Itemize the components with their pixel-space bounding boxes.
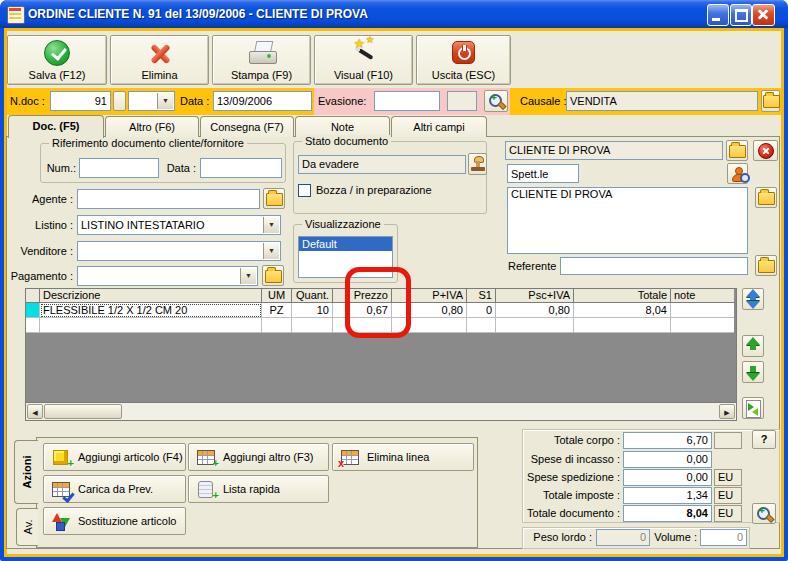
causale-folder-button[interactable] bbox=[761, 90, 780, 112]
listino-combobox[interactable]: LISTINO INTESTATARIO ▼ bbox=[77, 215, 281, 235]
scroll-right-button[interactable]: ▶ bbox=[719, 404, 735, 419]
volume-label: Volume : bbox=[653, 529, 697, 546]
cell-um[interactable]: PZ bbox=[262, 303, 292, 318]
cell-piva[interactable]: 0,80 bbox=[392, 303, 467, 318]
data-input[interactable] bbox=[213, 91, 312, 111]
row-selector[interactable] bbox=[26, 303, 40, 318]
col-piva[interactable]: P+IVA bbox=[392, 289, 467, 303]
stato-stamp-button[interactable] bbox=[468, 153, 487, 175]
title-bar[interactable]: ORDINE CLIENTE N. 91 del 13/09/2006 - CL… bbox=[0, 0, 788, 28]
evasione-input[interactable] bbox=[374, 91, 440, 111]
tab-consegna[interactable]: Consegna (F7) bbox=[200, 116, 294, 137]
salutation-input[interactable] bbox=[507, 164, 579, 183]
lines-grid[interactable]: Descrizione UM Quant. Prezzo P+IVA S1 Ps… bbox=[25, 288, 737, 421]
visual-button[interactable]: ★★ Visual (F10) bbox=[314, 35, 413, 85]
elimina-label: Elimina bbox=[111, 69, 208, 81]
aggiungi-articolo-button[interactable]: + Aggiungi articolo (F4) bbox=[43, 443, 186, 471]
move-down-button[interactable] bbox=[742, 361, 764, 383]
tab-altri-campi[interactable]: Altri campi bbox=[391, 116, 487, 137]
venditore-combobox[interactable]: ▼ bbox=[77, 241, 281, 261]
cliente-clear-button[interactable] bbox=[753, 140, 778, 161]
col-totale[interactable]: Totale bbox=[574, 289, 671, 303]
tab-altro[interactable]: Altro (F6) bbox=[105, 116, 199, 137]
visualizzazione-listbox[interactable]: Default bbox=[298, 236, 393, 278]
uscita-button[interactable]: Uscita (ESC) bbox=[416, 35, 511, 85]
tab-doc[interactable]: Doc. (F5) bbox=[8, 115, 104, 138]
carica-da-prev-button[interactable]: Carica da Prev. bbox=[43, 475, 186, 503]
tab-azioni[interactable]: Azioni bbox=[14, 440, 38, 504]
rif-data-input[interactable] bbox=[200, 158, 282, 178]
table-row[interactable]: FLESSIBILE 1/2 X 1/2 CM 20 PZ 10 0,67 0,… bbox=[26, 303, 736, 318]
tab-note[interactable]: Note bbox=[295, 116, 390, 137]
uscita-label: Uscita (ESC) bbox=[417, 69, 510, 81]
num-input[interactable] bbox=[79, 158, 159, 178]
salva-label: Salva (F12) bbox=[8, 69, 106, 81]
empty-row[interactable] bbox=[26, 318, 736, 333]
ndoc-small-button[interactable] bbox=[113, 91, 126, 111]
tab-av[interactable]: Av. bbox=[16, 508, 38, 546]
chevron-down-icon[interactable]: ▼ bbox=[263, 217, 279, 233]
totals-search-button[interactable]: + bbox=[752, 503, 776, 524]
ndoc-type-combobox[interactable]: ▼ bbox=[128, 91, 175, 111]
stampa-button[interactable]: Stampa (F9) bbox=[212, 35, 311, 85]
refresh-grid-button[interactable] bbox=[742, 397, 764, 419]
evasione-search-button[interactable]: + bbox=[484, 90, 508, 112]
list-item-default[interactable]: Default bbox=[299, 237, 392, 251]
scroll-left-button[interactable]: ◀ bbox=[27, 404, 43, 419]
bozza-checkbox[interactable] bbox=[298, 184, 311, 197]
cell-note[interactable] bbox=[671, 303, 734, 318]
cell-prezzo[interactable]: 0,67 bbox=[333, 303, 392, 318]
col-descrizione[interactable]: Descrizione bbox=[40, 289, 262, 303]
stato-groupbox: Stato documento bbox=[293, 141, 487, 214]
grid-horizontal-scrollbar[interactable]: ◀ ▶ bbox=[26, 402, 736, 420]
cliente-search-button[interactable] bbox=[727, 163, 748, 184]
peso-lordo-field: 0 bbox=[596, 529, 650, 546]
col-um[interactable]: UM bbox=[262, 289, 292, 303]
cliente-address-textarea[interactable]: CLIENTE DI PROVA bbox=[507, 187, 748, 254]
col-quant[interactable]: Quant. bbox=[292, 289, 333, 303]
load-from-quote-icon bbox=[52, 481, 70, 497]
sostituzione-articolo-button[interactable]: Sostituzione articolo bbox=[43, 507, 186, 535]
agente-input[interactable] bbox=[77, 189, 260, 209]
col-prezzo[interactable]: Prezzo bbox=[333, 289, 392, 303]
chevron-down-icon[interactable]: ▼ bbox=[263, 243, 279, 259]
stamp-icon bbox=[471, 156, 485, 172]
evasione-extra-field bbox=[447, 91, 477, 111]
col-note[interactable]: note bbox=[671, 289, 734, 303]
causale-label: Causale : bbox=[520, 88, 566, 115]
elimina-linea-button[interactable]: x Elimina linea bbox=[332, 443, 474, 471]
lista-rapida-button[interactable]: + Lista rapida bbox=[188, 475, 329, 503]
cell-descrizione[interactable]: FLESSIBILE 1/2 X 1/2 CM 20 bbox=[40, 303, 262, 318]
chevron-down-icon[interactable]: ▼ bbox=[157, 93, 173, 109]
move-up-button[interactable] bbox=[742, 335, 764, 357]
search-plus-icon: + bbox=[488, 93, 504, 109]
maximize-button[interactable] bbox=[730, 4, 752, 26]
cliente-folder-button[interactable] bbox=[726, 140, 748, 161]
agente-folder-button[interactable] bbox=[263, 188, 285, 209]
cell-quant[interactable]: 10 bbox=[292, 303, 333, 318]
volume-field: 0 bbox=[700, 529, 747, 546]
address-folder-button[interactable] bbox=[755, 187, 777, 208]
referente-input[interactable] bbox=[560, 257, 748, 275]
minimize-button[interactable] bbox=[707, 4, 729, 26]
chevron-down-icon[interactable]: ▼ bbox=[240, 268, 256, 284]
cell-s1[interactable]: 0 bbox=[467, 303, 496, 318]
col-s1[interactable]: S1 bbox=[467, 289, 496, 303]
aggiungi-altro-button[interactable]: + Aggiungi altro (F3) bbox=[188, 443, 329, 471]
pagamento-combobox[interactable]: ▼ bbox=[77, 266, 258, 286]
pagamento-folder-button[interactable] bbox=[262, 265, 284, 286]
cell-psciva[interactable]: 0,80 bbox=[496, 303, 574, 318]
col-psciva[interactable]: Psc+IVA bbox=[496, 289, 574, 303]
referente-folder-button[interactable] bbox=[755, 255, 777, 276]
ndoc-input[interactable] bbox=[50, 91, 111, 111]
visual-label: Visual (F10) bbox=[315, 69, 412, 81]
close-button[interactable] bbox=[752, 4, 775, 26]
search-plus-icon: + bbox=[756, 506, 772, 522]
salva-button[interactable]: Salva (F12) bbox=[7, 35, 107, 85]
help-button[interactable]: ? bbox=[752, 430, 776, 449]
move-row-button[interactable] bbox=[742, 288, 764, 310]
cell-totale[interactable]: 8,04 bbox=[574, 303, 671, 318]
scrollbar-thumb[interactable] bbox=[44, 404, 122, 419]
elimina-button[interactable]: Elimina bbox=[110, 35, 209, 85]
aggiungi-altro-label: Aggiungi altro (F3) bbox=[223, 444, 314, 470]
